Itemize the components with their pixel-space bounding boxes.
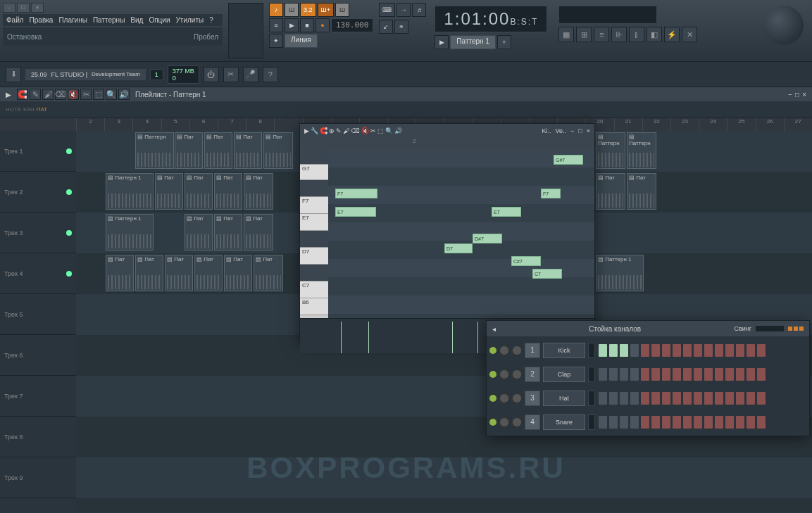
tab-nota[interactable]: НОТА <box>6 106 21 113</box>
pattern-clip[interactable]: ▤ Паттерн <box>135 132 174 169</box>
channel-led[interactable] <box>489 419 496 426</box>
note[interactable]: C#7 <box>511 256 541 266</box>
note[interactable]: E7 <box>492 207 521 217</box>
step-button[interactable] <box>746 391 756 405</box>
slice-tool-icon[interactable]: ✂ <box>80 89 92 100</box>
countdown-button[interactable]: 3.2 <box>300 3 316 17</box>
mode-toggle-icon[interactable]: ≡ <box>269 18 283 32</box>
pencil-tool-icon[interactable]: ✎ <box>30 89 41 100</box>
step-button[interactable] <box>756 391 766 405</box>
note[interactable]: C7 <box>532 269 562 279</box>
vol-knob[interactable] <box>512 417 522 427</box>
tempo-display[interactable]: 130.000 <box>331 18 373 32</box>
note[interactable]: F7 <box>335 189 377 198</box>
step-button[interactable] <box>619 391 629 405</box>
note[interactable]: G#7 <box>554 155 583 165</box>
browser-view-icon[interactable]: ⫿ <box>629 27 644 42</box>
channel-led[interactable] <box>489 347 496 354</box>
step-button[interactable] <box>651 391 661 405</box>
step-button[interactable] <box>672 415 682 429</box>
mixer-view-icon[interactable]: ⊪ <box>611 27 627 42</box>
note[interactable]: E7 <box>335 207 376 217</box>
pattern-clip[interactable]: ▤ Пат <box>185 173 213 210</box>
pattern-clip[interactable]: ▤ Паттерн 1 <box>106 173 154 210</box>
step-button[interactable] <box>682 391 692 405</box>
step-button[interactable] <box>630 415 639 429</box>
magnet-icon[interactable]: 🧲 <box>17 89 28 100</box>
note[interactable]: F7 <box>541 189 561 198</box>
pattern-clip[interactable]: ▤ Пат <box>135 255 163 291</box>
erase-tool-icon[interactable]: ⌫ <box>55 89 66 100</box>
step-button[interactable] <box>630 343 639 357</box>
pr-max-icon[interactable]: □ <box>578 127 582 134</box>
step-button[interactable] <box>661 415 671 429</box>
pattern-clip[interactable]: ▤ Пат <box>627 173 656 210</box>
step-button[interactable] <box>725 367 735 381</box>
channel-name[interactable]: Kick <box>543 343 585 358</box>
track-header[interactable]: Трек 6 <box>0 335 76 376</box>
step-button[interactable] <box>608 367 618 381</box>
pattern-clip[interactable]: ▤ Пат <box>214 173 242 210</box>
menu-help[interactable]: ? <box>207 15 216 25</box>
plugin-view-icon[interactable]: ◧ <box>647 27 662 42</box>
pr-mute-icon[interactable]: 🔇 <box>361 127 369 134</box>
step-button[interactable] <box>619 343 629 357</box>
pr-brush-icon[interactable]: 🖌 <box>343 127 349 134</box>
track-header[interactable]: Трек 9 <box>0 457 76 498</box>
pattern-clip[interactable]: ▤ Пат <box>106 255 134 291</box>
pr-menu-icon[interactable]: ▶ <box>304 127 309 134</box>
step-button[interactable] <box>714 391 724 405</box>
step-button[interactable] <box>693 415 703 429</box>
pattern-clip[interactable]: ▤ Пат <box>214 214 242 251</box>
pattern-clip[interactable]: ▤ Паттерн <box>596 132 625 169</box>
step-button[interactable] <box>746 367 756 381</box>
channel-name[interactable]: Clap <box>543 367 585 382</box>
pattern-clip[interactable]: ▤ Пат <box>155 173 183 210</box>
pattern-clip[interactable]: ▤ Паттерн 1 <box>596 255 644 291</box>
track-header[interactable]: Трек 1 <box>0 131 76 172</box>
channel-num[interactable]: 4 <box>525 414 540 430</box>
step-button[interactable] <box>725 415 735 429</box>
note[interactable]: D7 <box>444 243 473 253</box>
playback-tool-icon[interactable]: 🔊 <box>118 89 130 100</box>
tab-kan[interactable]: КАН <box>23 106 35 113</box>
chain-icon[interactable]: ⚭ <box>394 20 408 34</box>
step-button[interactable] <box>640 343 650 357</box>
pattern-clip[interactable]: ▤ Пат <box>234 132 262 169</box>
step-button[interactable] <box>672 367 682 381</box>
vol-knob[interactable] <box>512 346 522 355</box>
track-header[interactable]: Трек 10 <box>0 498 76 513</box>
step-button[interactable] <box>714 343 724 357</box>
step-button[interactable] <box>651 343 661 357</box>
pan-knob[interactable] <box>499 393 509 403</box>
pattern-clip[interactable]: ▤ Пат <box>175 132 203 169</box>
step-button[interactable] <box>735 367 745 381</box>
pr-channel2[interactable]: Ve.. <box>556 127 567 134</box>
pr-ruler[interactable]: 2 <box>300 138 594 149</box>
step-button[interactable] <box>704 343 713 357</box>
channel-led[interactable] <box>489 395 496 402</box>
step-button[interactable] <box>640 391 650 405</box>
brush-tool-icon[interactable]: 🖌 <box>42 89 54 100</box>
step-button[interactable] <box>672 343 682 357</box>
step-button[interactable] <box>682 415 692 429</box>
step-button[interactable] <box>630 367 639 381</box>
pl-menu-icon[interactable]: ▶ <box>6 91 11 99</box>
channel-view-icon[interactable]: ≡ <box>594 27 609 42</box>
step-button[interactable] <box>661 367 671 381</box>
step-button[interactable] <box>598 343 608 357</box>
pr-min-icon[interactable]: − <box>570 127 574 134</box>
pr-channel1[interactable]: Ki.. <box>542 127 551 134</box>
step-button[interactable] <box>608 415 618 429</box>
step-button[interactable] <box>756 367 766 381</box>
vol-knob[interactable] <box>512 369 522 379</box>
maximize-button[interactable]: □ <box>17 3 30 13</box>
channel-num[interactable]: 3 <box>525 391 540 406</box>
step-button[interactable] <box>746 415 756 429</box>
pattern-clip[interactable]: ▤ Пат <box>204 132 232 169</box>
track-mode-icon[interactable]: ✦ <box>269 34 283 48</box>
master-volume[interactable] <box>228 3 263 58</box>
vol-knob[interactable] <box>512 393 522 403</box>
typing-keyboard-icon[interactable]: ⌨ <box>379 3 395 17</box>
menu-patterns[interactable]: Паттерны <box>91 15 127 25</box>
